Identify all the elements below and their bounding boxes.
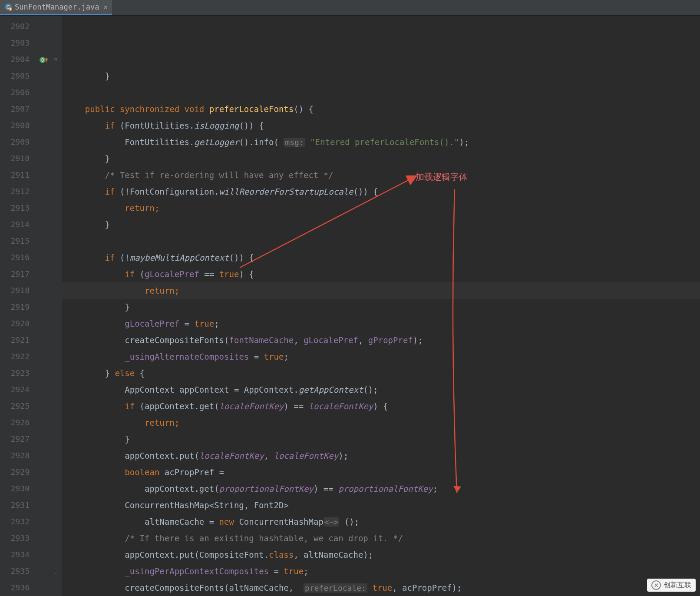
- line-number: 2923: [0, 365, 37, 381]
- gutter-icons: O⊟⌞: [37, 16, 62, 596]
- line-number: 2919: [0, 299, 37, 315]
- code-line: return;: [62, 414, 700, 431]
- line-number: 2936: [0, 579, 37, 596]
- code-line: createCompositeFonts(fontNameCache, gLoc…: [62, 332, 700, 348]
- code-line: if (!maybeMultiAppContext()) {: [62, 249, 700, 266]
- code-line: appContext.put(localeFontKey, localeFont…: [62, 447, 700, 464]
- line-number: 2910: [0, 150, 37, 167]
- code-line: if (appContext.get(localeFontKey) == loc…: [62, 398, 700, 414]
- code-line: ConcurrentHashMap<String, Font2D>: [62, 497, 700, 513]
- annotation-label: 加载逻辑字体: [416, 169, 468, 185]
- watermark-logo-icon: ✕: [651, 580, 661, 590]
- code-line: }: [62, 68, 700, 84]
- code-line: [62, 84, 700, 101]
- code-line: boolean acPropPref =: [62, 464, 700, 480]
- code-line: appContext.get(proportionalFontKey) == p…: [62, 480, 700, 497]
- fold-indicator-icon[interactable]: ⌞: [54, 568, 57, 575]
- tab-filename: SunFontManager.java: [15, 3, 99, 11]
- code-line: _usingPerAppContextComposites = true;: [62, 563, 700, 579]
- fold-indicator-icon[interactable]: ⊟: [54, 56, 57, 63]
- line-number: 2931: [0, 497, 37, 513]
- line-number: 2924: [0, 381, 37, 398]
- svg-rect-3: [10, 8, 11, 10]
- code-line: altNameCache = new ConcurrentHashMap<~> …: [62, 513, 700, 530]
- line-number: 2934: [0, 546, 37, 563]
- code-line: _usingAlternateComposites = true;: [62, 348, 700, 365]
- line-number: 2926: [0, 414, 37, 431]
- code-editor[interactable]: 2902290329042905290629072908290929102911…: [0, 16, 700, 596]
- line-number: 2906: [0, 84, 37, 101]
- code-line: [62, 233, 700, 249]
- code-line: gLocalePref = true;: [62, 315, 700, 332]
- code-line: public synchronized void preferLocaleFon…: [62, 101, 700, 117]
- line-number: 2905: [0, 68, 37, 84]
- line-number: 2925: [0, 398, 37, 414]
- line-number: 2917: [0, 266, 37, 282]
- code-line: createCompositeFonts(altNameCache, prefe…: [62, 579, 700, 596]
- line-number: 2918: [0, 282, 37, 299]
- line-number: 2921: [0, 332, 37, 348]
- code-line: if (gLocalePref == true) {: [62, 266, 700, 282]
- line-number: 2911: [0, 167, 37, 183]
- line-number: 2909: [0, 134, 37, 150]
- watermark-text: 创新互联: [664, 581, 691, 590]
- svg-text:O: O: [41, 58, 44, 63]
- code-line: return;: [62, 282, 700, 299]
- line-number: 2927: [0, 431, 37, 447]
- line-number-gutter: 2902290329042905290629072908290929102911…: [0, 16, 37, 596]
- code-line: } else {: [62, 365, 700, 381]
- line-number: 2928: [0, 447, 37, 464]
- code-line: }: [62, 216, 700, 233]
- code-content[interactable]: } public synchronized void preferLocaleF…: [62, 16, 700, 596]
- tab-active[interactable]: C SunFontManager.java ×: [0, 0, 112, 15]
- line-number: 2933: [0, 530, 37, 546]
- line-number: 2914: [0, 216, 37, 233]
- line-number: 2908: [0, 117, 37, 134]
- override-marker-icon[interactable]: O: [39, 56, 48, 66]
- line-number: 2920: [0, 315, 37, 332]
- line-number: 2930: [0, 480, 37, 497]
- watermark: ✕ 创新互联: [647, 579, 696, 592]
- code-line: if (!FontConfiguration.willReorderForSta…: [62, 183, 700, 200]
- code-line: appContext.put(CompositeFont.class, altN…: [62, 546, 700, 563]
- code-line: }: [62, 150, 700, 167]
- code-line: /* If there is an existing hashtable, we…: [62, 530, 700, 546]
- line-number: 2915: [0, 233, 37, 249]
- code-line: FontUtilities.getLogger().info( msg: "En…: [62, 134, 700, 150]
- line-number: 2903: [0, 35, 37, 51]
- code-line: /* Test if re-ordering will have any eff…: [62, 167, 700, 183]
- code-line: }: [62, 299, 700, 315]
- line-number: 2902: [0, 18, 37, 35]
- line-number: 2932: [0, 513, 37, 530]
- line-number: 2916: [0, 249, 37, 266]
- line-number: 2912: [0, 183, 37, 200]
- line-number: 2907: [0, 101, 37, 117]
- close-icon[interactable]: ×: [103, 3, 108, 11]
- line-number: 2929: [0, 464, 37, 480]
- tab-bar: C SunFontManager.java ×: [0, 0, 700, 16]
- code-line: }: [62, 431, 700, 447]
- line-number: 2935: [0, 563, 37, 579]
- line-number: 2913: [0, 200, 37, 216]
- java-class-icon: C: [4, 3, 12, 11]
- code-line: return;: [62, 200, 700, 216]
- code-line: if (FontUtilities.isLogging()) {: [62, 117, 700, 134]
- line-number: 2904: [0, 51, 37, 68]
- code-line: AppContext appContext = AppContext.getAp…: [62, 381, 700, 398]
- line-number: 2922: [0, 348, 37, 365]
